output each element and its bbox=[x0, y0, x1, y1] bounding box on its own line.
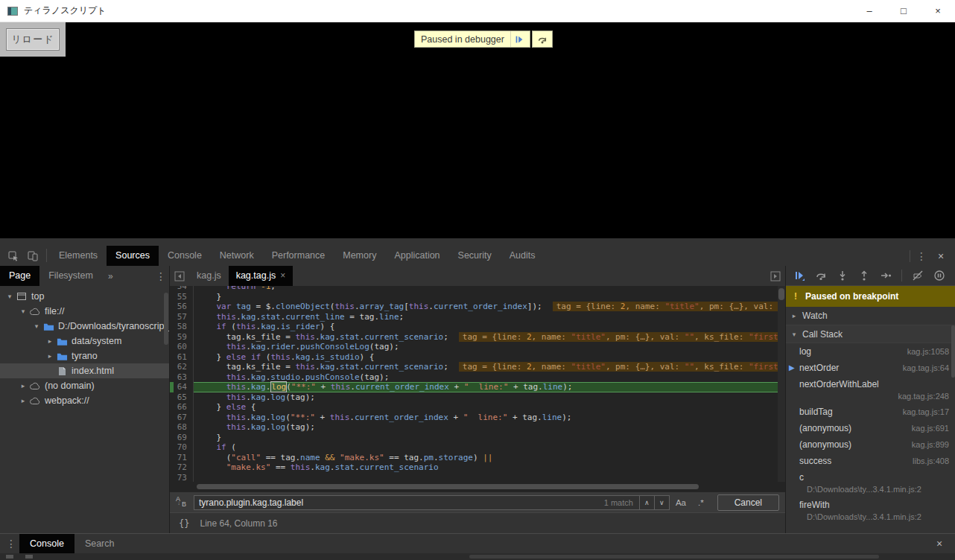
more-tabs-chevron[interactable]: » bbox=[102, 271, 119, 281]
line-number[interactable]: 57 bbox=[170, 312, 194, 322]
call-stack-frame-log[interactable]: logkag.js:1058 bbox=[786, 343, 955, 360]
tab-performance[interactable]: Performance bbox=[263, 246, 334, 266]
line-number[interactable]: 62 bbox=[170, 362, 194, 372]
code-line-content[interactable]: if ( bbox=[194, 442, 785, 453]
line-number[interactable]: 56 bbox=[170, 302, 194, 312]
line-number[interactable]: 67 bbox=[170, 413, 194, 423]
editor-tab-kag-js[interactable]: kag.js bbox=[189, 266, 229, 286]
code-line-content[interactable]: tag.ks_file = this.kag.stat.current_scen… bbox=[194, 362, 785, 372]
code-line-content[interactable]: return -1; bbox=[194, 286, 785, 292]
line-number[interactable]: 54 bbox=[170, 286, 194, 292]
line-number[interactable]: 61 bbox=[170, 352, 194, 363]
line-number[interactable]: 72 bbox=[170, 462, 194, 473]
search-input[interactable] bbox=[194, 497, 604, 508]
call-stack-frame--anonymous-[interactable]: (anonymous)kag.js:691 bbox=[786, 420, 955, 436]
line-number[interactable]: 66 bbox=[170, 402, 194, 413]
scrollbar-thumb[interactable] bbox=[197, 484, 699, 489]
scrollbar-thumb[interactable] bbox=[778, 288, 784, 300]
sidebar-tab-page[interactable]: Page bbox=[0, 266, 39, 286]
panel-scrollbar[interactable] bbox=[951, 325, 955, 378]
tab-elements[interactable]: Elements bbox=[50, 246, 107, 266]
sidebar-menu-icon[interactable]: ⋮ bbox=[153, 270, 169, 282]
line-number[interactable]: 55 bbox=[170, 292, 194, 302]
call-stack-section-header[interactable]: ▾ Call Stack bbox=[786, 325, 955, 343]
line-number[interactable]: 59 bbox=[170, 332, 194, 343]
tab-memory[interactable]: Memory bbox=[334, 246, 385, 266]
call-stack-frame--anonymous-[interactable]: (anonymous)kag.js:899 bbox=[786, 436, 955, 453]
line-number[interactable]: 63 bbox=[170, 372, 194, 383]
resume-button[interactable] bbox=[793, 270, 805, 281]
code-line-content[interactable]: "make.ks" == this.kag.stat.current_scena… bbox=[194, 462, 785, 473]
sidebar-tab-filesystem[interactable]: Filesystem bbox=[39, 266, 102, 286]
navigator-toggle-icon[interactable] bbox=[170, 271, 189, 281]
tab-close-icon[interactable]: × bbox=[280, 266, 285, 286]
find-replace-icon[interactable]: A↓B bbox=[176, 497, 191, 509]
code-line-content[interactable]: this.kag.log("**:" + this.current_order_… bbox=[194, 382, 785, 392]
line-number[interactable]: 60 bbox=[170, 342, 194, 352]
search-previous-button[interactable]: ∧ bbox=[639, 495, 654, 510]
line-number[interactable]: 65 bbox=[170, 392, 194, 403]
tree-item-data-system[interactable]: ▸data/system bbox=[0, 334, 169, 349]
pretty-print-icon[interactable]: {} bbox=[179, 518, 189, 529]
sidebar-scrollbar[interactable] bbox=[164, 293, 168, 345]
search-cancel-button[interactable]: Cancel bbox=[717, 494, 779, 511]
call-stack-frame-buildtag[interactable]: buildTagkag.tag.js:17 bbox=[786, 404, 955, 420]
tree-item-index-html[interactable]: index.html bbox=[0, 363, 169, 378]
step-out-button[interactable] bbox=[858, 270, 870, 281]
debugger-panel-toggle-icon[interactable] bbox=[770, 271, 785, 281]
tree-item-webpack-[interactable]: ▸webpack:// bbox=[0, 393, 169, 408]
tree-item--no-domain-[interactable]: ▸(no domain) bbox=[0, 378, 169, 393]
code-line-content[interactable]: } else if (this.kag.is_studio) { bbox=[194, 352, 785, 363]
line-number[interactable]: 70 bbox=[170, 442, 194, 453]
code-line-content[interactable]: this.kag.log(tag); bbox=[194, 392, 785, 403]
tab-application[interactable]: Application bbox=[385, 246, 448, 266]
code-line-content[interactable]: this.kag.stat.current_line = tag.line; bbox=[194, 312, 785, 322]
reload-button[interactable]: リロード bbox=[6, 28, 60, 51]
minimize-button[interactable]: – bbox=[852, 0, 886, 22]
drawer-close-icon[interactable]: × bbox=[931, 538, 948, 550]
resume-script-button[interactable] bbox=[510, 31, 528, 47]
line-number[interactable]: 73 bbox=[170, 473, 194, 483]
match-case-button[interactable]: Aa bbox=[670, 498, 692, 507]
device-toolbar-icon[interactable] bbox=[27, 250, 39, 262]
code-line-content[interactable]: tag.ks_file = this.kag.stat.current_scen… bbox=[194, 332, 785, 343]
step-over-banner-button[interactable] bbox=[532, 31, 553, 48]
drawer-tab-search[interactable]: Search bbox=[74, 534, 125, 554]
tab-audits[interactable]: Audits bbox=[501, 246, 545, 266]
line-number[interactable]: 64 bbox=[170, 382, 194, 392]
deactivate-breakpoints-button[interactable] bbox=[912, 270, 924, 281]
line-number[interactable]: 58 bbox=[170, 322, 194, 332]
step-over-button[interactable] bbox=[815, 270, 827, 281]
code-editor[interactable]: 54 return -1;55 }56 var tag = $.cloneObj… bbox=[170, 286, 785, 482]
tab-security[interactable]: Security bbox=[449, 246, 501, 266]
code-line-content[interactable]: ("call" == tag.name && "make.ks" == tag.… bbox=[194, 453, 785, 463]
code-line-content[interactable]: this.kag.studio.pushConsole(tag); bbox=[194, 372, 785, 383]
call-stack-frame-success[interactable]: successlibs.js:408 bbox=[786, 453, 955, 469]
drawer-menu-icon[interactable]: ⋮ bbox=[3, 538, 19, 550]
tree-item-top[interactable]: ▾top bbox=[0, 289, 169, 304]
code-line-content[interactable]: } bbox=[194, 292, 785, 302]
drawer-tab-console[interactable]: Console bbox=[19, 534, 74, 554]
line-number[interactable]: 69 bbox=[170, 433, 194, 443]
code-line-content[interactable]: var tag = $.cloneObject(this.array_tag[t… bbox=[194, 302, 785, 312]
code-line-content[interactable]: } bbox=[194, 433, 785, 443]
tree-item-file-[interactable]: ▾file:// bbox=[0, 304, 169, 319]
tab-console[interactable]: Console bbox=[159, 246, 211, 266]
step-into-button[interactable] bbox=[837, 270, 848, 281]
search-next-button[interactable]: ∨ bbox=[654, 495, 669, 510]
editor-tab-kag-tag-js[interactable]: kag.tag.js× bbox=[229, 266, 294, 286]
code-line-content[interactable] bbox=[194, 473, 785, 483]
line-number[interactable]: 71 bbox=[170, 453, 194, 463]
call-stack-frame-c[interactable]: cD:\Downloads\ty...3.4.1.min.js:2 bbox=[786, 469, 955, 497]
call-stack-frame-firewith[interactable]: fireWithD:\Downloads\ty...3.4.1.min.js:2 bbox=[786, 497, 955, 524]
line-number[interactable]: 68 bbox=[170, 422, 194, 433]
code-line-content[interactable]: if (this.kag.is_rider) { bbox=[194, 322, 785, 332]
code-line-content[interactable]: } else { bbox=[194, 402, 785, 413]
code-line-content[interactable]: this.kag.rider.pushConsoleLog(tag); bbox=[194, 342, 785, 352]
step-button[interactable] bbox=[880, 270, 892, 281]
close-button[interactable]: × bbox=[921, 0, 955, 22]
tree-item-tyrano[interactable]: ▸tyrano bbox=[0, 349, 169, 363]
code-line-content[interactable]: this.kag.log(tag); bbox=[194, 422, 785, 433]
watch-section-header[interactable]: ▸ Watch bbox=[786, 307, 955, 325]
code-line-content[interactable]: this.kag.log("**:" + this.current_order_… bbox=[194, 413, 785, 423]
